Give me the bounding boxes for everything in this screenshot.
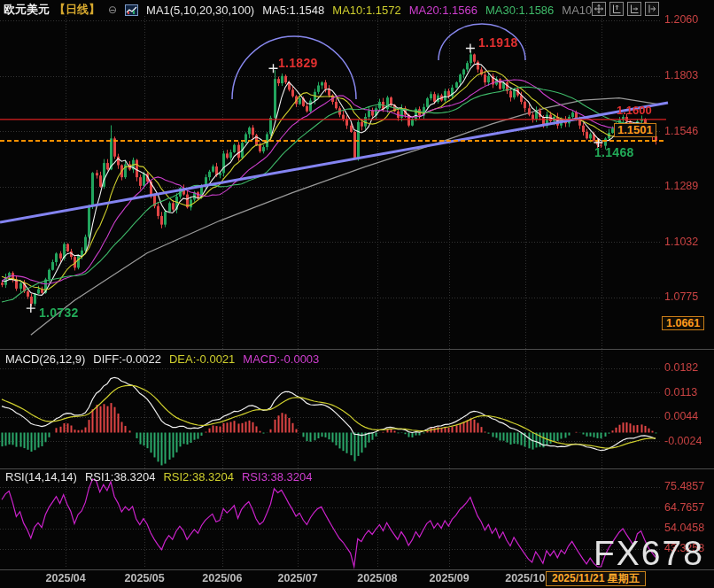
macd-header: MACD(26,12,9) DIFF:-0.0022 DEA:-0.0021 M… [5, 352, 319, 366]
macd-diff-value: DIFF:-0.0022 [93, 352, 161, 366]
rsi-header: RSI(14,14,14) RSI1:38.3204 RSI2:38.3204 … [5, 470, 312, 484]
chart-type-icon[interactable] [125, 4, 138, 16]
annotation-high-1: 1.1829 [278, 56, 318, 70]
ma-settings-label: MA1(5,10,20,30,100) [146, 4, 254, 17]
current-date-label: 2025/11/21 星期五 [546, 571, 646, 586]
ma5-value: MA5:1.1548 [262, 4, 324, 17]
chart-canvas[interactable] [0, 0, 714, 588]
axis-scale-right-icon[interactable] [627, 2, 641, 16]
annotation-high-2: 1.1918 [478, 35, 518, 50]
ma100-label: MA10 [562, 4, 592, 17]
macd-params: MACD(26,12,9) [5, 352, 85, 366]
rsi3-value: RSI3:38.3204 [242, 470, 313, 484]
hline-price-label: 1.1600 [617, 104, 652, 117]
symbol-title: 欧元美元 [4, 2, 50, 18]
move-crosshair-icon[interactable] [592, 2, 606, 16]
chart-toolbar [592, 2, 659, 16]
main-header: 欧元美元 【日线】 ⊖ MA1(5,10,20,30,100) MA5:1.15… [4, 2, 592, 18]
rsi1-value: RSI1:38.3204 [85, 470, 156, 484]
scale-low-label: 1.0661 [662, 316, 704, 330]
last-price-label: 1.1501 [614, 123, 656, 137]
ma20-value: MA20:1.1566 [409, 4, 477, 17]
annotation-low-1: 1.1468 [594, 145, 634, 159]
axis-scale-up-icon[interactable] [609, 2, 624, 16]
ma10-value: MA10:1.1572 [332, 4, 400, 17]
rsi-params: RSI(14,14,14) [5, 470, 77, 484]
ma30-value: MA30:1.1586 [485, 4, 554, 17]
fx678-watermark: FX678 [594, 534, 704, 573]
panel-expand-icon[interactable] [645, 2, 659, 16]
annotation-low-2: 1.0732 [39, 306, 79, 320]
collapse-circle-icon[interactable]: ⊖ [108, 4, 117, 16]
chart-app: 欧元美元 【日线】 ⊖ MA1(5,10,20,30,100) MA5:1.15… [0, 0, 714, 588]
macd-value: MACD:-0.0003 [243, 352, 319, 366]
rsi2-value: RSI2:38.3204 [163, 470, 234, 484]
period-label[interactable]: 【日线】 [54, 2, 100, 18]
macd-dea-value: DEA:-0.0021 [169, 352, 235, 366]
